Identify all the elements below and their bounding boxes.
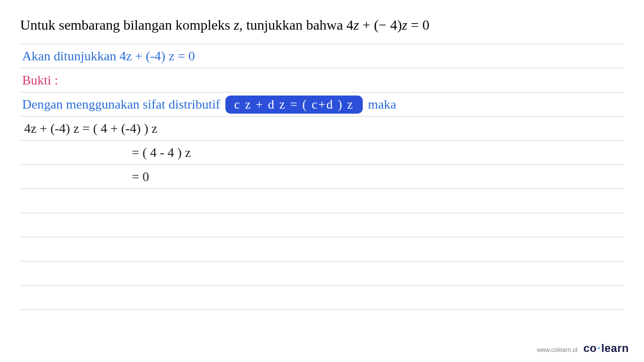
proof-eq-3: = 0 (132, 169, 149, 185)
footer-url: www.colearn.id (537, 346, 578, 353)
page-container: Untuk sembarang bilangan kompleks z, tun… (0, 0, 644, 362)
logo-learn: learn (601, 342, 629, 354)
proof-text-3-before: Dengan menggunakan sifat distributif (22, 97, 220, 112)
proof-line-5: = ( 4 - 4 ) z (20, 141, 624, 165)
question-var-z3: z (402, 17, 408, 33)
proof-line-3: Dengan menggunakan sifat distributif c z… (20, 93, 624, 117)
empty-line-2 (20, 213, 624, 237)
question-text: Untuk sembarang bilangan kompleks z, tun… (20, 15, 624, 40)
footer-logo: co·learn (584, 342, 629, 355)
question-var-z1: z (234, 17, 239, 33)
proof-line-4: 4z + (-4) z = ( 4 + (-4) ) z (20, 117, 624, 141)
empty-line-4 (20, 261, 624, 286)
logo-co: co (584, 342, 597, 354)
question-suffix: = 0 (408, 17, 430, 33)
distributive-property-box: c z + d z = ( c+d ) z (225, 96, 363, 114)
proof-eq-1: 4z + (-4) z = ( 4 + (-4) ) z (24, 121, 157, 136)
proof-label-bukti: Bukti : (22, 73, 58, 88)
empty-line-5 (20, 286, 624, 310)
logo-dot: · (597, 342, 601, 354)
question-mid: , tunjukkan bahwa 4 (239, 17, 354, 33)
proof-text-3-after: maka (368, 97, 396, 112)
footer: www.colearn.id co·learn (537, 342, 629, 355)
proof-eq-2: = ( 4 - 4 ) z (132, 145, 191, 160)
question-prefix: Untuk sembarang bilangan kompleks (20, 17, 234, 33)
proof-text-1: Akan ditunjukkan 4z + (-4) z = 0 (22, 49, 195, 64)
lined-area: Akan ditunjukkan 4z + (-4) z = 0 Bukti :… (20, 44, 624, 310)
empty-line-1 (20, 189, 624, 213)
proof-line-6: = 0 (20, 165, 624, 189)
question-mid2: + (− 4) (359, 17, 401, 33)
empty-line-3 (20, 237, 624, 261)
proof-line-2: Bukti : (20, 68, 624, 93)
question-var-z2: z (354, 17, 359, 33)
proof-line-1: Akan ditunjukkan 4z + (-4) z = 0 (20, 44, 624, 68)
